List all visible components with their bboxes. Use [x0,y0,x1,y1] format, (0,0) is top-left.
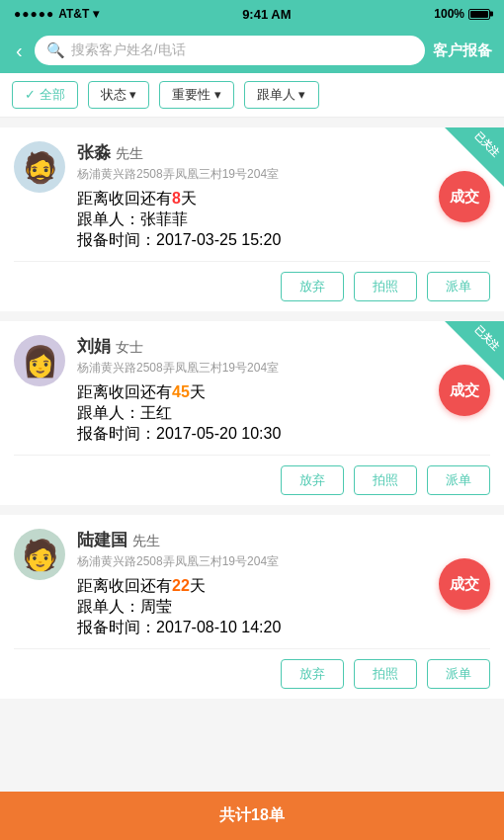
search-icon: 🔍 [46,42,65,59]
status-battery: 100% [434,7,490,21]
days-number: 8 [172,190,181,207]
battery-percent: 100% [434,7,464,21]
days-number: 45 [172,383,190,400]
days-info: 距离收回还有22天 [77,576,490,597]
avatar: 👩 [14,335,65,386]
filter-all-button[interactable]: ✓ 全部 [12,81,78,109]
avatar: 🧑 [14,529,65,580]
card-actions: 放弃拍照派单 [14,261,490,311]
customer-address: 杨浦黄兴路2508弄凤凰三村19号204室 [77,360,490,377]
card-header: 🧔 张淼 先生 杨浦黄兴路2508弄凤凰三村19号204室 距离收回还有8天 跟… [14,141,490,251]
days-info: 距离收回还有8天 [77,189,490,210]
card-card-1: 已关注 🧔 张淼 先生 杨浦黄兴路2508弄凤凰三村19号204室 距离收回还有… [0,127,504,311]
carrier-name: AT&T [58,7,89,21]
avatar: 🧔 [14,141,65,193]
battery-icon [468,9,490,20]
customer-title: 先生 [116,145,143,161]
action-btn-0[interactable]: 放弃 [281,659,344,689]
action-btn-2[interactable]: 派单 [427,465,490,495]
days-info: 距离收回还有45天 [77,382,490,403]
wifi-icon: ▾ [93,7,99,21]
card-body-row: 距离收回还有22天 跟单人：周莹 报备时间：2017-08-10 14:20 成… [77,576,490,638]
follower-info: 跟单人：王红 [77,403,490,424]
filter-follower-button[interactable]: 跟单人 ▾ [244,81,319,109]
follower-info: 跟单人：周莹 [77,597,490,618]
customer-name: 张淼 先生 [77,141,490,164]
days-number: 22 [172,577,190,594]
card-info: 陆建国 先生 杨浦黄兴路2508弄凤凰三村19号204室 距离收回还有22天 跟… [77,529,490,638]
time-info: 报备时间：2017-08-10 14:20 [77,618,490,638]
status-carrier: ●●●●● AT&T ▾ [14,7,99,21]
customer-title: 先生 [132,533,160,548]
customer-address: 杨浦黄兴路2508弄凤凰三村19号204室 [77,553,490,570]
search-input[interactable]: 🔍 搜索客户姓名/电话 [35,36,425,65]
card-actions: 放弃拍照派单 [14,648,490,699]
cards-list: 已关注 🧔 张淼 先生 杨浦黄兴路2508弄凤凰三村19号204室 距离收回还有… [0,127,504,768]
action-btn-1[interactable]: 拍照 [354,465,417,495]
back-button[interactable]: ‹ [12,38,27,64]
card-meta: 距离收回还有45天 跟单人：王红 报备时间：2017-05-20 10:30 [77,382,490,445]
card-body-row: 距离收回还有45天 跟单人：王红 报备时间：2017-05-20 10:30 成… [77,382,490,445]
total-count-label: 共计18单 [219,806,285,823]
customer-address: 杨浦黄兴路2508弄凤凰三村19号204室 [77,166,490,183]
time-info: 报备时间：2017-03-25 15:20 [77,230,490,251]
status-bar: ●●●●● AT&T ▾ 9:41 AM 100% [0,0,504,28]
deal-button[interactable]: 成交 [439,558,490,610]
card-header: 🧑 陆建国 先生 杨浦黄兴路2508弄凤凰三村19号204室 距离收回还有22天… [14,529,490,638]
card-card-3: 🧑 陆建国 先生 杨浦黄兴路2508弄凤凰三村19号204室 距离收回还有22天… [0,515,504,699]
signal-dots: ●●●●● [14,7,54,21]
follower-info: 跟单人：张菲菲 [77,210,490,230]
action-btn-2[interactable]: 派单 [427,272,490,301]
card-card-2: 已关注 👩 刘娟 女士 杨浦黄兴路2508弄凤凰三村19号204室 距离收回还有… [0,321,504,505]
action-btn-1[interactable]: 拍照 [354,272,417,301]
card-info: 张淼 先生 杨浦黄兴路2508弄凤凰三村19号204室 距离收回还有8天 跟单人… [77,141,490,251]
filter-importance-button[interactable]: 重要性 ▾ [159,81,234,109]
card-body-row: 距离收回还有8天 跟单人：张菲菲 报备时间：2017-03-25 15:20 成… [77,189,490,251]
action-btn-0[interactable]: 放弃 [281,465,344,495]
card-header: 👩 刘娟 女士 杨浦黄兴路2508弄凤凰三村19号204室 距离收回还有45天 … [14,335,490,445]
card-actions: 放弃拍照派单 [14,455,490,505]
search-bar: ‹ 🔍 搜索客户姓名/电话 客户报备 [0,28,504,73]
page-title: 客户报备 [433,42,492,60]
deal-button[interactable]: 成交 [439,365,490,416]
filter-status-button[interactable]: 状态 ▾ [88,81,150,109]
filter-bar: ✓ 全部 状态 ▾ 重要性 ▾ 跟单人 ▾ [0,73,504,118]
action-btn-2[interactable]: 派单 [427,659,490,689]
card-meta: 距离收回还有22天 跟单人：周莹 报备时间：2017-08-10 14:20 [77,576,490,638]
customer-name: 陆建国 先生 [77,529,490,551]
action-btn-1[interactable]: 拍照 [354,659,417,689]
search-placeholder: 搜索客户姓名/电话 [71,42,186,59]
bottom-bar: 共计18单 [0,792,504,840]
status-time: 9:41 AM [242,7,291,22]
action-btn-0[interactable]: 放弃 [281,272,344,301]
card-meta: 距离收回还有8天 跟单人：张菲菲 报备时间：2017-03-25 15:20 [77,189,490,251]
customer-title: 女士 [116,339,143,355]
card-info: 刘娟 女士 杨浦黄兴路2508弄凤凰三村19号204室 距离收回还有45天 跟单… [77,335,490,445]
time-info: 报备时间：2017-05-20 10:30 [77,424,490,445]
customer-name: 刘娟 女士 [77,335,490,358]
deal-button[interactable]: 成交 [439,171,490,222]
